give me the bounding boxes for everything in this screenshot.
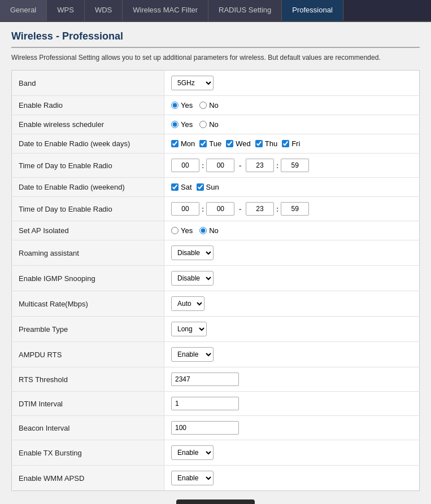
tue-label[interactable]: Tue: [199, 139, 221, 148]
fri-label[interactable]: Fri: [282, 139, 300, 148]
thu-checkbox[interactable]: [255, 140, 263, 147]
multicast-rate-row: Multicast Rate(Mbps) Auto 1 2 5.5 11: [12, 291, 420, 317]
time-enable-radio-weekend-label: Time of Day to Enable Radio: [12, 197, 164, 221]
weekend-start-hour-input[interactable]: [171, 202, 199, 216]
weekday-end-min-input[interactable]: [281, 159, 309, 172]
weekend-end-hour-input[interactable]: [246, 202, 274, 216]
preamble-type-label: Preamble Type: [12, 317, 164, 342]
weekday-start-hour-input[interactable]: [171, 159, 199, 172]
time-enable-radio-weekday-cell: : - :: [164, 154, 420, 178]
enable-igmp-snooping-label: Enable IGMP Snooping: [12, 266, 164, 291]
dtim-interval-cell: [164, 392, 420, 416]
beacon-interval-label: Beacon Interval: [12, 416, 164, 440]
time-weekday-row: : - :: [171, 159, 412, 172]
wed-text: Wed: [236, 139, 251, 148]
time-enable-radio-weekend-row: Time of Day to Enable Radio : - :: [12, 197, 420, 221]
date-enable-radio-weekdays-row: Date to Enable Radio (week days) Mon Tue: [12, 134, 420, 154]
sun-checkbox[interactable]: [197, 183, 204, 191]
wmm-apsd-select[interactable]: Enable Disable: [171, 471, 214, 485]
scheduler-yes-radio[interactable]: [171, 121, 179, 128]
enable-radio-yes-radio[interactable]: [171, 102, 179, 109]
preamble-type-row: Preamble Type Long Short: [12, 317, 420, 342]
weekday-start-min-input[interactable]: [206, 159, 234, 172]
enable-tx-bursting-label: Enable TX Bursting: [12, 440, 164, 466]
tab-wireless-mac-filter[interactable]: Wireless MAC Filter: [123, 0, 208, 21]
igmp-snooping-select[interactable]: Disable Enable: [171, 271, 214, 286]
sun-label[interactable]: Sun: [197, 183, 219, 191]
tx-bursting-select[interactable]: Enable Disable: [171, 445, 214, 460]
tab-professional[interactable]: Professional: [282, 0, 343, 21]
preamble-type-select[interactable]: Long Short: [171, 322, 207, 336]
multicast-rate-label: Multicast Rate(Mbps): [12, 291, 164, 317]
dtim-interval-row: DTIM Interval: [12, 392, 420, 416]
date-enable-radio-weekend-cell: Sat Sun: [164, 178, 420, 197]
weekend-end-min-input[interactable]: [281, 202, 309, 216]
yes-text: Yes: [181, 101, 193, 109]
enable-radio-no-radio[interactable]: [199, 102, 207, 109]
page-title: Wireless - Professional: [11, 30, 420, 48]
tab-radius-setting[interactable]: RADIUS Setting: [208, 0, 282, 21]
enable-igmp-snooping-row: Enable IGMP Snooping Disable Enable: [12, 266, 420, 291]
tab-wds[interactable]: WDS: [85, 0, 123, 21]
tab-wps[interactable]: WPS: [47, 0, 85, 21]
rts-threshold-input[interactable]: [171, 372, 239, 386]
colon-1: :: [202, 161, 204, 170]
dtim-interval-label: DTIM Interval: [12, 392, 164, 416]
ap-isolated-yes-text: Yes: [181, 226, 193, 235]
wed-label[interactable]: Wed: [226, 139, 251, 148]
roaming-assistant-label: Roaming assistant: [12, 240, 164, 266]
time-enable-radio-weekday-row: Time of Day to Enable Radio : - :: [12, 154, 420, 178]
page-description: Wireless Professional Setting allows you…: [11, 54, 420, 62]
enable-tx-bursting-cell: Enable Disable: [164, 440, 420, 466]
sat-label[interactable]: Sat: [171, 183, 192, 191]
weekend-start-min-input[interactable]: [206, 202, 234, 216]
roaming-assistant-select[interactable]: Disable Enable: [171, 246, 214, 260]
ampdu-rts-select[interactable]: Enable Disable: [171, 347, 214, 362]
scheduler-no-label[interactable]: No: [199, 120, 219, 129]
scheduler-yes-label[interactable]: Yes: [171, 120, 193, 129]
dtim-interval-input[interactable]: [171, 397, 239, 410]
apply-button[interactable]: Apply: [176, 499, 255, 504]
mon-label[interactable]: Mon: [171, 139, 195, 148]
weekday-end-hour-input[interactable]: [246, 159, 274, 172]
beacon-interval-cell: [164, 416, 420, 440]
rts-threshold-row: RTS Threshold: [12, 367, 420, 392]
ap-isolated-yes-label[interactable]: Yes: [171, 226, 193, 235]
enable-wmm-apsd-row: Enable WMM APSD Enable Disable: [12, 466, 420, 491]
date-enable-radio-weekend-label: Date to Enable Radio (weekend): [12, 178, 164, 197]
ap-isolated-group: Yes No: [171, 226, 412, 235]
set-ap-isolated-row: Set AP Isolated Yes No: [12, 221, 420, 240]
band-label: Band: [12, 71, 164, 96]
ap-isolated-no-label[interactable]: No: [199, 226, 219, 235]
tab-general[interactable]: General: [0, 0, 47, 21]
enable-radio-yes-label[interactable]: Yes: [171, 101, 193, 109]
mon-checkbox[interactable]: [171, 140, 179, 147]
ap-isolated-yes-radio[interactable]: [171, 227, 179, 234]
multicast-rate-cell: Auto 1 2 5.5 11: [164, 291, 420, 317]
thu-label[interactable]: Thu: [255, 139, 277, 148]
thu-text: Thu: [265, 139, 277, 148]
tue-checkbox[interactable]: [199, 140, 207, 147]
set-ap-isolated-label: Set AP Isolated: [12, 221, 164, 240]
scheduler-no-radio[interactable]: [199, 121, 207, 128]
enable-wireless-scheduler-row: Enable wireless scheduler Yes No: [12, 115, 420, 134]
multicast-rate-select[interactable]: Auto 1 2 5.5 11: [171, 296, 204, 311]
enable-radio-no-label[interactable]: No: [199, 101, 219, 109]
enable-radio-cell: Yes No: [164, 96, 420, 115]
sat-checkbox[interactable]: [171, 183, 179, 191]
band-select[interactable]: 5GHz 2.4GHz: [171, 76, 214, 90]
weekend-checkbox-group: Sat Sun: [171, 183, 412, 191]
fri-checkbox[interactable]: [282, 140, 289, 147]
beacon-interval-input[interactable]: [171, 421, 239, 435]
ampdu-rts-label: AMPDU RTS: [12, 342, 164, 367]
enable-wireless-scheduler-cell: Yes No: [164, 115, 420, 134]
ap-isolated-no-radio[interactable]: [199, 227, 207, 234]
preamble-type-cell: Long Short: [164, 317, 420, 342]
button-row: Apply: [11, 491, 420, 504]
roaming-assistant-cell: Disable Enable: [164, 240, 420, 266]
beacon-interval-row: Beacon Interval: [12, 416, 420, 440]
content-area: Wireless - Professional Wireless Profess…: [0, 22, 431, 504]
weekdays-checkbox-group: Mon Tue Wed Thu: [171, 139, 412, 148]
set-ap-isolated-cell: Yes No: [164, 221, 420, 240]
wed-checkbox[interactable]: [226, 140, 233, 147]
